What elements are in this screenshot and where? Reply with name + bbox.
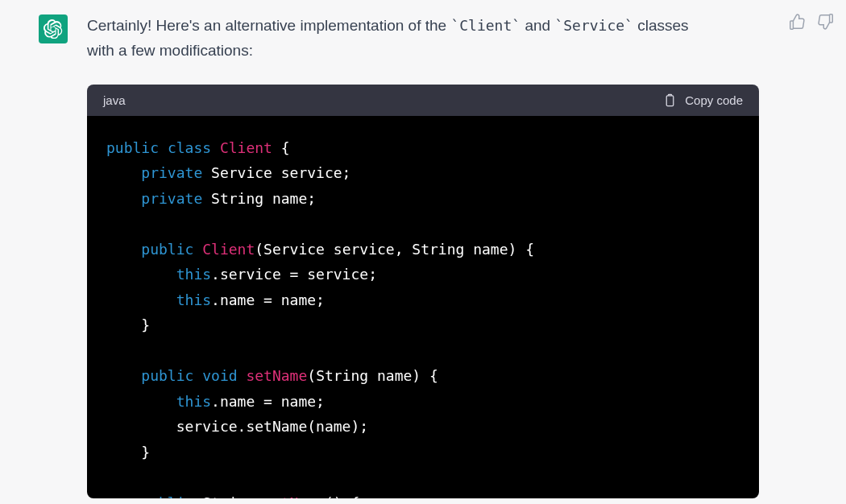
code-block-header: java Copy code — [87, 85, 759, 116]
thumbs-down-icon — [817, 13, 835, 31]
clipboard-icon — [663, 93, 677, 108]
code-block: java Copy code public class Client { pri… — [87, 85, 759, 498]
code-language-label: java — [103, 93, 126, 107]
thumbs-up-icon — [788, 13, 806, 31]
assistant-avatar — [39, 14, 68, 43]
inline-code: `Service` — [554, 17, 633, 34]
message-text: Certainly! Here's an alternative impleme… — [87, 13, 772, 64]
copy-code-button[interactable]: Copy code — [663, 93, 743, 108]
openai-logo-icon — [44, 19, 63, 39]
svg-rect-0 — [667, 96, 674, 106]
copy-code-label: Copy code — [685, 93, 743, 107]
code-content: public class Client { private Service se… — [87, 116, 759, 498]
thumbs-up-button[interactable] — [788, 13, 806, 31]
assistant-message: Certainly! Here's an alternative impleme… — [87, 13, 772, 498]
thumbs-down-button[interactable] — [817, 13, 835, 31]
inline-code: `Client` — [450, 17, 520, 34]
